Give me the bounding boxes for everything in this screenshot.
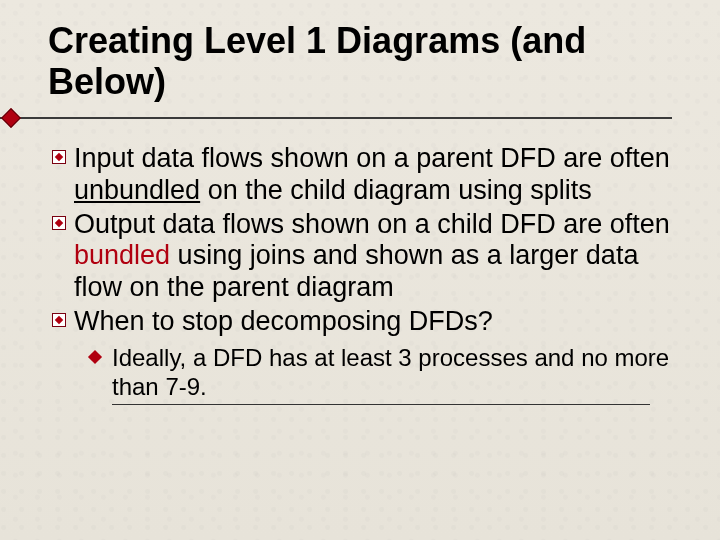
rule-line <box>0 117 672 119</box>
bullet-list: Input data flows shown on a parent DFD a… <box>48 143 672 338</box>
bullet-item: Input data flows shown on a parent DFD a… <box>54 143 672 207</box>
square-diamond-bullet-icon <box>52 216 66 230</box>
slide: Creating Level 1 Diagrams (and Below) In… <box>0 0 720 435</box>
bullet-text-pre: Output data flows shown on a child DFD a… <box>74 209 670 239</box>
slide-title: Creating Level 1 Diagrams (and Below) <box>48 20 672 103</box>
bullet-text-post: on the child diagram using splits <box>200 175 592 205</box>
bullet-text-pre: When to stop decomposing DFDs? <box>74 306 493 336</box>
bullet-text-pre: Input data flows shown on a parent DFD a… <box>74 143 670 173</box>
square-diamond-bullet-icon <box>52 313 66 327</box>
bullet-item: When to stop decomposing DFDs? <box>54 306 672 338</box>
sub-bullet-item: Ideally, a DFD has at least 3 processes … <box>92 344 672 405</box>
sub-bullet-list: Ideally, a DFD has at least 3 processes … <box>48 344 672 405</box>
bullet-keyword: unbundled <box>74 175 200 205</box>
sub-underline-rule <box>112 404 650 405</box>
bullet-keyword: bundled <box>74 240 170 270</box>
sub-bullet-text: Ideally, a DFD has at least 3 processes … <box>112 344 669 400</box>
square-diamond-bullet-icon <box>52 150 66 164</box>
diamond-bullet-icon <box>88 350 102 364</box>
rule-diamond-icon <box>1 108 21 128</box>
bullet-item: Output data flows shown on a child DFD a… <box>54 209 672 305</box>
title-rule <box>48 111 672 125</box>
